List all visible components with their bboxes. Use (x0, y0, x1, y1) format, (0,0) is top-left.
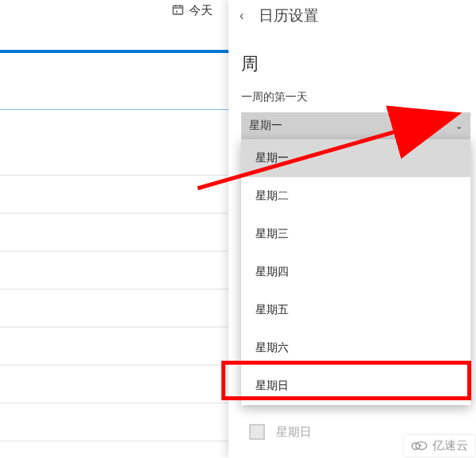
checkbox-icon (249, 424, 265, 440)
row-divider (0, 289, 229, 290)
dropdown-selected-value: 星期一 (249, 119, 282, 133)
first-day-dropdown[interactable]: 星期一 ⌄ 星期一星期二星期三星期四星期五星期六星期日 (229, 112, 476, 405)
today-label: 今天 (189, 3, 213, 18)
row-divider (0, 365, 229, 365)
row-divider (0, 441, 229, 441)
dropdown-option[interactable]: 星期四 (241, 253, 470, 291)
row-divider (0, 109, 229, 110)
row-divider (0, 403, 229, 403)
svg-point-8 (419, 445, 421, 447)
dropdown-option[interactable]: 星期日 (241, 367, 470, 405)
svg-rect-0 (173, 6, 183, 14)
back-chevron-icon[interactable]: ‹ (240, 9, 251, 23)
dropdown-option[interactable]: 星期二 (241, 177, 470, 215)
cloud-icon (410, 438, 428, 453)
dropdown-option[interactable]: 星期五 (241, 291, 470, 329)
chevron-down-icon: ⌄ (455, 121, 463, 131)
dropdown-list: 星期一星期二星期三星期四星期五星期六星期日 (241, 139, 470, 405)
watermark-text: 亿速云 (433, 438, 468, 453)
calendar-background: 今天 (0, 0, 229, 458)
dropdown-option[interactable]: 星期三 (241, 215, 470, 253)
row-divider (0, 251, 229, 252)
today-button[interactable]: 今天 (172, 3, 213, 18)
settings-header: ‹ 日历设置 (229, 0, 476, 32)
dropdown-selected[interactable]: 星期一 ⌄ (241, 112, 470, 139)
settings-panel: ‹ 日历设置 周 一周的第一天 星期一 ⌄ 星期一星期二星期三星期四星期五星期六… (229, 0, 476, 458)
checkbox-label: 星期日 (276, 425, 312, 440)
row-divider (0, 213, 229, 214)
active-day-marker (0, 50, 229, 53)
row-divider (0, 327, 229, 327)
dropdown-option[interactable]: 星期一 (241, 139, 470, 177)
calendar-today-icon (172, 3, 184, 18)
row-divider (0, 175, 229, 176)
week-section-title: 周 (229, 32, 476, 81)
watermark: 亿速云 (404, 435, 474, 456)
dropdown-option[interactable]: 星期六 (241, 329, 470, 367)
settings-title: 日历设置 (259, 6, 319, 26)
first-day-label: 一周的第一天 (229, 81, 476, 112)
